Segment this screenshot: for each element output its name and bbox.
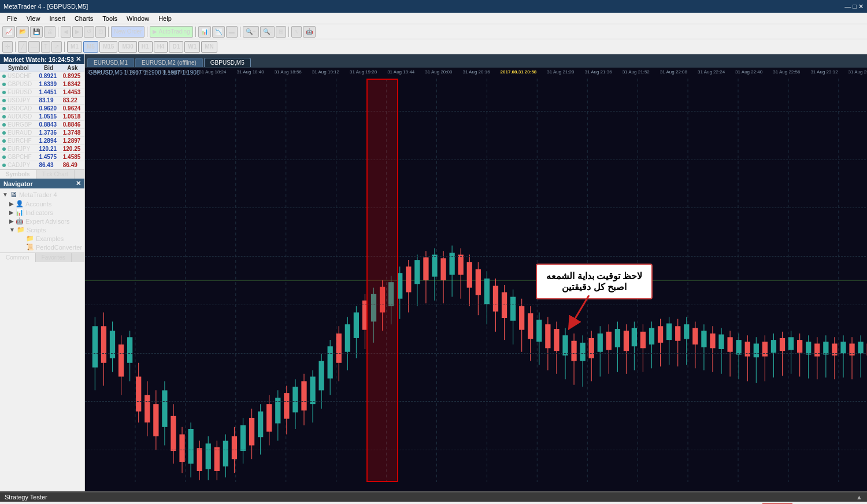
- tf-d1[interactable]: D1: [169, 41, 183, 53]
- svg-rect-105: [467, 262, 472, 287]
- menu-help[interactable]: Help: [154, 13, 176, 24]
- svg-rect-67: [301, 381, 306, 411]
- svg-rect-41: [188, 429, 194, 464]
- market-watch-row[interactable]: USDJPY 83.19 83.22: [0, 97, 84, 105]
- hline-tool[interactable]: —: [28, 41, 40, 53]
- chart-type2[interactable]: 📉: [212, 26, 225, 38]
- new-chart-button[interactable]: 📈: [2, 26, 15, 38]
- menu-charts[interactable]: Charts: [70, 13, 98, 24]
- open-button[interactable]: 📂: [16, 26, 29, 38]
- mw-symbol-cell: EURUSD: [0, 88, 36, 97]
- mw-symbol-name: CADJPY: [8, 162, 30, 168]
- menu-tools[interactable]: Tools: [98, 13, 122, 24]
- market-watch-row[interactable]: GBPCHF 1.4575 1.4585: [0, 153, 84, 161]
- forward-button[interactable]: ▶: [72, 26, 83, 38]
- svg-rect-39: [180, 435, 185, 462]
- nav-accounts[interactable]: ▶ 👤 Accounts: [7, 199, 84, 208]
- mw-bid-cell: 1.0515: [36, 113, 60, 121]
- save-button[interactable]: 💾: [30, 26, 43, 38]
- svg-rect-143: [632, 328, 637, 346]
- navigator-close[interactable]: ✕: [76, 180, 81, 187]
- tf-m1[interactable]: M1: [67, 41, 82, 53]
- market-watch-row[interactable]: AUDUSD 1.0515 1.0518: [0, 113, 84, 121]
- market-watch-row[interactable]: USDCHF 0.8921 0.8925: [0, 72, 84, 80]
- tf-m5[interactable]: M5: [83, 41, 98, 53]
- refresh-button[interactable]: ↺: [84, 26, 94, 38]
- svg-rect-93: [414, 260, 420, 284]
- tab-symbols[interactable]: Symbols: [0, 170, 36, 179]
- arrow-tool[interactable]: ↗: [51, 41, 62, 53]
- time-axis: 21 Aug 2017 31 Aug 17:52 31 Aug 18:08 31…: [85, 67, 867, 76]
- mw-ask-cell: 1.0518: [61, 113, 84, 121]
- menu-file[interactable]: File: [2, 13, 22, 24]
- menu-view[interactable]: View: [22, 13, 45, 24]
- market-watch-close[interactable]: ✕: [76, 55, 81, 63]
- nav-expert-advisors[interactable]: ▶ 🤖 Expert Advisors: [7, 217, 84, 225]
- crosshair-button[interactable]: ✛: [2, 41, 13, 53]
- tf-w1[interactable]: W1: [184, 41, 200, 53]
- restore-button[interactable]: □: [853, 3, 857, 10]
- nav-scripts[interactable]: ▼ 📁 Scripts: [7, 225, 84, 234]
- sep7: [15, 42, 16, 52]
- st-resize-handle[interactable]: ▲: [856, 494, 862, 501]
- strategy-tester-panel: Strategy Tester ▲ Expert Advisor 2 MA Cr…: [0, 491, 867, 504]
- minimize-button[interactable]: —: [844, 3, 851, 10]
- bp-content: Expert Advisor 2 MA Crosses Mega filter …: [0, 502, 867, 504]
- market-watch-row[interactable]: GBPUSD 1.6339 1.6342: [0, 80, 84, 88]
- market-watch-row[interactable]: EURGBP 0.8843 0.8846: [0, 121, 84, 129]
- chart-tab-eurusdm1[interactable]: EURUSD,M1: [87, 58, 134, 67]
- market-watch-row[interactable]: EURUSD 1.4451 1.4453: [0, 88, 84, 97]
- print-button[interactable]: 🖨: [44, 26, 55, 38]
- chart-canvas[interactable]: GBPUSD,M5 1.1907 1.1908 1.1907 1.1908 لا…: [85, 67, 867, 491]
- indicator-button[interactable]: ∿: [291, 26, 302, 38]
- mw-symbol-name: USDJPY: [8, 97, 30, 103]
- chart-type3[interactable]: ▬: [226, 26, 238, 38]
- time-4: 31 Aug 18:40: [237, 69, 264, 75]
- new-order-button[interactable]: New Order: [111, 26, 144, 38]
- zoom-in-button[interactable]: 🔍+: [243, 26, 259, 38]
- mw-symbol-cell: EURJPY: [0, 145, 36, 153]
- mw-ask-cell: 1.3748: [61, 129, 84, 137]
- chart-tab-gbpusdm5[interactable]: GBPUSD,M5: [204, 58, 251, 67]
- text-tool[interactable]: T: [41, 41, 50, 53]
- menu-insert[interactable]: Insert: [45, 13, 70, 24]
- menu-window[interactable]: Window: [122, 13, 154, 24]
- chart-type1[interactable]: 📊: [198, 26, 211, 38]
- time-6: 31 Aug 19:12: [312, 69, 339, 75]
- nav-indicators[interactable]: ▶ 📊 Indicators: [7, 208, 84, 217]
- line-tool[interactable]: ╱: [18, 41, 27, 53]
- scripts-expand: ▼: [9, 227, 15, 233]
- chart-tab-eurusdm2[interactable]: EURUSD,M2 (offline): [135, 58, 203, 67]
- svg-rect-43: [197, 448, 202, 471]
- titlebar-controls: — □ ✕: [844, 3, 864, 10]
- back-button[interactable]: ◀: [61, 26, 71, 38]
- close-button[interactable]: ✕: [858, 3, 864, 10]
- tab-tick-chart[interactable]: Tick Chart: [36, 170, 75, 179]
- mw-symbol-cell: USDJPY: [0, 97, 36, 105]
- sep3: [147, 27, 147, 37]
- expert-button[interactable]: 🤖: [303, 26, 316, 38]
- svg-rect-27: [127, 337, 132, 362]
- nav-root[interactable]: ▼ 🖥 MetaTrader 4: [0, 190, 84, 199]
- tf-mn[interactable]: MN: [201, 41, 217, 53]
- zoom-out-button[interactable]: 🔍-: [260, 26, 275, 38]
- tf-h1[interactable]: H1: [138, 41, 153, 53]
- market-watch-row[interactable]: EURAUD 1.3736 1.3748: [0, 129, 84, 137]
- market-watch-row[interactable]: CADJPY 86.43 86.49: [0, 161, 84, 169]
- tab-common[interactable]: Common: [0, 253, 36, 262]
- tab-favorites[interactable]: Favorites: [36, 253, 72, 262]
- sep6: [288, 27, 289, 37]
- grid-button[interactable]: ⊞: [276, 26, 286, 38]
- time-10: 31 Aug 20:16: [462, 69, 490, 75]
- nav-period-converter[interactable]: 📜 PeriodConverter: [14, 243, 84, 251]
- autoscroll-button[interactable]: ⊡: [95, 26, 106, 38]
- tf-h4[interactable]: H4: [154, 41, 168, 53]
- nav-examples[interactable]: 📁 Examples: [14, 234, 84, 243]
- market-watch-row[interactable]: EURCHF 1.2894 1.2897: [0, 137, 84, 145]
- svg-rect-185: [814, 343, 820, 356]
- market-watch-row[interactable]: USDCAD 0.9620 0.9624: [0, 105, 84, 113]
- autotrading-button[interactable]: ▶ AutoTrading: [150, 26, 192, 38]
- tf-m15[interactable]: M15: [99, 41, 117, 53]
- tf-m30[interactable]: M30: [118, 41, 136, 53]
- market-watch-row[interactable]: EURJPY 120.21 120.25: [0, 145, 84, 153]
